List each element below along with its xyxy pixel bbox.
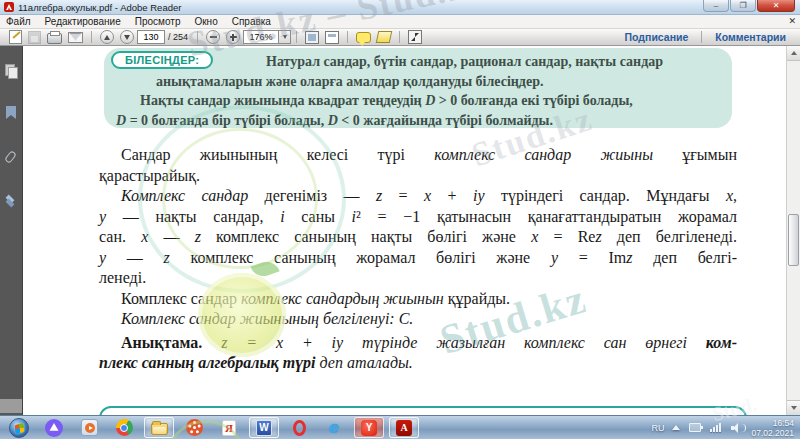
toolbar: / 254 176% Подписание Комментарии xyxy=(0,29,800,46)
toolbar-separator xyxy=(91,31,92,43)
vertical-scrollbar[interactable] xyxy=(786,46,800,415)
zoom-in-button[interactable] xyxy=(226,30,240,44)
maximize-button[interactable]: ❐ xyxy=(730,0,756,12)
menu-item[interactable]: Файл xyxy=(6,16,31,27)
fit-page-icon[interactable] xyxy=(325,31,339,44)
layers-panel-icon[interactable] xyxy=(4,194,18,208)
navigation-sidebar xyxy=(0,46,23,415)
toolbar-separator xyxy=(399,31,400,43)
scroll-down-button[interactable] xyxy=(787,400,800,415)
film-reel-icon xyxy=(186,419,203,436)
edit-document-icon[interactable] xyxy=(9,30,22,44)
taskbar-yandex-alice-button[interactable] xyxy=(39,417,69,438)
pdf-app-icon xyxy=(4,2,14,12)
yandex-browser-icon: Y xyxy=(361,420,377,436)
language-indicator[interactable]: RU xyxy=(651,423,664,433)
text-line: Анықтама. z = x + iy түрінде жазылған ко… xyxy=(99,333,737,354)
text-line: ленеді. xyxy=(99,268,737,289)
body-text: Сандар жиынының келесі түрі комплекс сан… xyxy=(99,145,737,374)
pdf-page: Натурал сандар, бүтін сандар, рационал с… xyxy=(23,46,787,415)
text-line: Нақты сандар жиынында квадрат теңдеудің … xyxy=(140,91,720,111)
explorer-icon xyxy=(151,423,168,435)
fullscreen-icon[interactable] xyxy=(408,30,422,44)
text-line: Натурал сандар, бүтін сандар, рационал с… xyxy=(266,52,720,72)
email-icon[interactable] xyxy=(68,32,83,43)
clock-time: 16:54 xyxy=(751,418,794,428)
title-bar[interactable]: 11алгебра.окулык.pdf - Adobe Reader –❐✕ xyxy=(0,0,800,15)
comment-bubble-icon[interactable] xyxy=(356,32,371,43)
fit-width-icon[interactable] xyxy=(305,31,319,44)
previous-page-button[interactable] xyxy=(100,30,114,44)
next-callout-box-edge xyxy=(99,406,747,415)
menu-item[interactable]: Окно xyxy=(194,16,217,27)
print-icon[interactable] xyxy=(47,33,62,44)
taskbar-start-button[interactable] xyxy=(4,417,34,438)
text-line: сан. x — z комплекс санының нақты бөлігі… xyxy=(99,227,737,248)
page-thumbnails-panel-icon[interactable] xyxy=(4,64,18,78)
page-total-label: / 254 xyxy=(168,32,188,42)
word-icon: W xyxy=(256,420,272,436)
text-line: плекс санның алгебралық түрі деп аталады… xyxy=(99,353,737,374)
clock-date: 07.02.2021 xyxy=(751,428,794,438)
menu-bar: ФайлРедактированиеПросмотрОкноСправка xyxy=(0,15,800,29)
yandex-alice-icon xyxy=(45,419,63,437)
menu-item[interactable]: Справка xyxy=(232,16,271,27)
zoom-level-value[interactable]: 176% xyxy=(243,30,279,44)
menu-item[interactable]: Редактирование xyxy=(45,16,121,27)
system-tray: RU 16:54 07.02.2021 xyxy=(651,416,796,439)
comments-button[interactable]: Комментарии xyxy=(715,31,786,43)
network-signal-icon[interactable] xyxy=(710,423,722,432)
close-button[interactable]: ✕ xyxy=(757,0,795,12)
next-page-button[interactable] xyxy=(120,30,134,44)
taskbar-yandex-search-button[interactable]: Я xyxy=(214,417,244,438)
adobe-reader-window: 11алгебра.окулык.pdf - Adobe Reader –❐✕ … xyxy=(0,0,800,439)
text-line: Сандар жиынының келесі түрі комплекс сан… xyxy=(99,145,737,166)
text-line: Комплекс сандар дегеніміз — z = x + iy т… xyxy=(99,186,737,207)
adobe-reader-icon: A xyxy=(396,420,412,436)
toolbar-separator xyxy=(347,31,348,43)
document-workspace: Натурал сандар, бүтін сандар, рационал с… xyxy=(0,46,800,415)
bookmarks-panel-icon[interactable] xyxy=(4,106,18,120)
taskbar-yandex-browser-button[interactable]: Y xyxy=(354,417,384,438)
scroll-up-button[interactable] xyxy=(787,46,800,61)
windows-taskbar: ЯWeYA RU 16:54 07.02.2021 xyxy=(0,415,800,439)
close-document-icon[interactable]: ✕ xyxy=(788,16,796,26)
taskbar-word-button[interactable]: W xyxy=(249,417,279,438)
toolbar-separator xyxy=(197,31,198,43)
taskbar-explorer-button[interactable] xyxy=(144,417,174,438)
text-line: y — нақты сандар, i саны i² = −1 қатынас… xyxy=(99,207,737,228)
zoom-out-button[interactable] xyxy=(206,30,220,44)
save-icon[interactable] xyxy=(28,31,41,44)
text-line: y — z комплекс санының жорамал бөлігі жә… xyxy=(99,248,737,269)
taskbar-media-player-button[interactable] xyxy=(74,417,104,438)
text-line: Комплекс сандар комплекс сандардың жиыны… xyxy=(99,289,737,310)
minimize-button[interactable]: – xyxy=(703,0,729,12)
text-line: қарастырайық. xyxy=(99,166,737,187)
sidebar-footer xyxy=(0,399,22,413)
chrome-icon xyxy=(116,419,133,436)
volume-icon[interactable] xyxy=(731,423,743,433)
taskbar-film-reel-button[interactable] xyxy=(179,417,209,438)
scrollbar-thumb[interactable] xyxy=(788,214,799,266)
clock[interactable]: 16:54 07.02.2021 xyxy=(751,418,794,438)
attachments-panel-icon[interactable] xyxy=(4,150,18,164)
text-line: анықтамаларын және оларға амалдар қолдан… xyxy=(156,72,720,92)
highlighter-icon[interactable] xyxy=(376,31,393,43)
taskbar-opera-button[interactable] xyxy=(284,417,314,438)
toolbar-separator xyxy=(296,31,297,43)
taskbar-chrome-button[interactable] xyxy=(109,417,139,438)
text-line: D = 0 болғанда бір түбірі болады, D < 0 … xyxy=(116,111,720,131)
hidden-icons-arrow-icon[interactable] xyxy=(672,425,680,430)
text-line: Комплекс сандар жиынының белгіленуі: C. xyxy=(99,309,737,330)
page-number-input[interactable] xyxy=(137,30,165,44)
taskbar-internet-explorer-button[interactable]: e xyxy=(319,417,349,438)
opera-icon xyxy=(293,420,306,436)
battery-icon[interactable] xyxy=(689,423,701,432)
zoom-dropdown-button[interactable] xyxy=(279,30,291,44)
sign-button[interactable]: Подписание xyxy=(625,31,689,43)
toolbar-separator xyxy=(701,31,702,43)
know-badge: БІЛЕСІҢДЕР: xyxy=(111,51,213,69)
taskbar-apps: ЯWeYA xyxy=(4,416,424,439)
taskbar-adobe-reader-button[interactable]: A xyxy=(389,417,419,438)
menu-item[interactable]: Просмотр xyxy=(135,16,181,27)
